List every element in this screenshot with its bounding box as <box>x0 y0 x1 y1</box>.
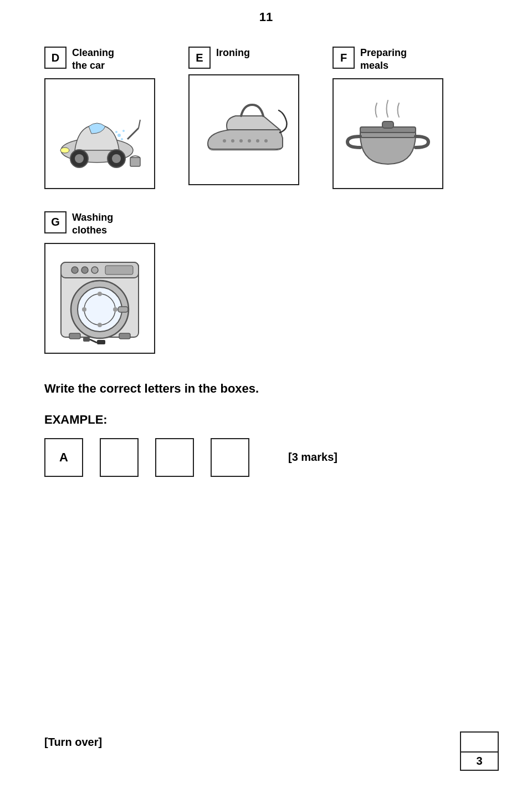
svg-rect-12 <box>130 157 140 166</box>
item-g-title: Washingclothes <box>72 211 113 237</box>
instruction-section: Write the correct letters in the boxes. … <box>0 354 532 477</box>
svg-line-7 <box>139 120 140 128</box>
score-number: 3 <box>461 753 498 770</box>
letter-box-f: F <box>332 47 355 69</box>
svg-point-24 <box>71 267 78 273</box>
page-number: 11 <box>0 0 532 30</box>
svg-rect-38 <box>83 337 90 342</box>
item-f: F Preparingmeals <box>332 47 443 189</box>
svg-point-34 <box>113 307 117 312</box>
svg-line-6 <box>127 128 139 139</box>
svg-rect-21 <box>382 121 393 128</box>
svg-point-4 <box>112 154 121 163</box>
svg-point-26 <box>91 267 98 273</box>
svg-rect-36 <box>69 333 80 339</box>
svg-point-9 <box>122 130 125 132</box>
svg-rect-27 <box>105 266 133 274</box>
svg-point-15 <box>239 139 243 143</box>
svg-point-17 <box>256 139 259 143</box>
svg-point-2 <box>75 154 84 163</box>
score-box: 3 <box>460 731 499 771</box>
answer-boxes-row: A [3 marks] <box>44 438 488 477</box>
item-e-image <box>188 74 299 185</box>
svg-point-25 <box>81 267 88 273</box>
letter-box-e: E <box>188 47 211 69</box>
letter-box-d: D <box>44 47 66 69</box>
items-grid-row2: G Washingclothes <box>0 189 532 354</box>
item-g: G Washingclothes <box>44 211 155 354</box>
svg-rect-40 <box>97 340 105 344</box>
instruction-text: Write the correct letters in the boxes. <box>44 382 488 396</box>
svg-point-11 <box>121 138 123 140</box>
item-f-title: Preparingmeals <box>360 47 407 73</box>
example-answer-box: A <box>44 438 83 477</box>
answer-box-2[interactable] <box>155 438 194 477</box>
svg-point-13 <box>223 139 226 143</box>
svg-rect-37 <box>119 333 130 339</box>
svg-point-8 <box>117 134 121 137</box>
svg-point-18 <box>264 139 268 143</box>
svg-point-10 <box>115 131 117 133</box>
svg-point-31 <box>98 292 102 296</box>
items-grid-row1: D Cleaningthe car <box>0 30 532 189</box>
svg-point-14 <box>231 139 234 143</box>
example-label: EXAMPLE: <box>44 413 488 427</box>
item-d-image <box>44 78 155 189</box>
turn-over: [Turn over] <box>44 736 102 749</box>
item-e: E Ironing <box>188 47 299 185</box>
marks-label: [3 marks] <box>288 451 337 464</box>
item-e-title: Ironing <box>216 47 250 59</box>
svg-point-33 <box>82 307 86 312</box>
item-d: D Cleaningthe car <box>44 47 155 189</box>
item-d-title: Cleaningthe car <box>72 47 114 73</box>
item-f-image <box>332 78 443 189</box>
item-g-image <box>44 243 155 354</box>
answer-box-1[interactable] <box>100 438 139 477</box>
svg-point-32 <box>98 323 102 327</box>
svg-line-39 <box>90 339 97 343</box>
svg-rect-35 <box>118 307 128 312</box>
letter-box-g: G <box>44 211 66 233</box>
svg-point-16 <box>248 139 251 143</box>
svg-point-5 <box>60 148 69 153</box>
answer-box-3[interactable] <box>211 438 249 477</box>
